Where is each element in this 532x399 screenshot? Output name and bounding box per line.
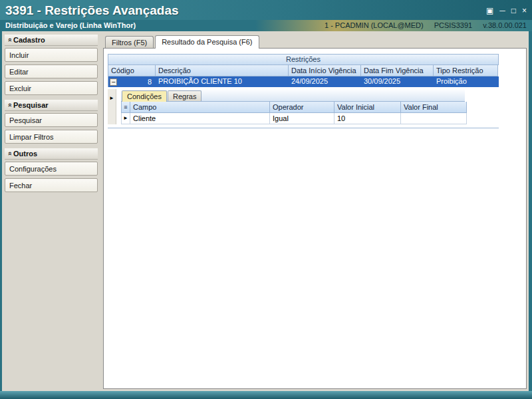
close-icon[interactable]: × — [522, 7, 527, 15]
collapse-row-icon[interactable]: − — [110, 78, 117, 86]
cell-campo: Cliente — [130, 113, 270, 124]
detail-tabstrip: Condições Regras — [121, 89, 465, 102]
column-header-descricao[interactable]: Descrição — [156, 65, 289, 76]
excluir-button[interactable]: Excluir — [5, 81, 98, 95]
status-bar — [0, 391, 532, 399]
window-body: » Cadastro Incluir Editar Excluir » Pesq… — [0, 31, 532, 391]
sidebar-group-label: Pesquisar — [13, 101, 49, 109]
session-user: 1 - PCADMIN (LOCAL@MED) — [325, 21, 424, 29]
window-title: 3391 - Restrições Avançadas — [5, 3, 179, 18]
editar-button[interactable]: Editar — [5, 65, 98, 78]
collapse-chevron-icon: » — [5, 101, 13, 110]
detail-header-row: ≡ Campo Operador Valor Inicial Valor Fin… — [121, 102, 467, 113]
detail-section: ► Condições Regras ≡ Campo Operador — [108, 87, 499, 128]
sidebar-group-label: Cadastro — [13, 36, 45, 44]
grid-menu-icon: ≡ — [122, 102, 130, 113]
titlebar: 3391 - Restrições Avançadas ▣ ─ □ × — [0, 0, 532, 20]
result-panel: Restrições Código Descrição Data Início … — [103, 48, 527, 389]
collapse-chevron-icon: » — [5, 150, 13, 158]
row-indicator-icon: ► — [108, 89, 116, 124]
column-header-tipo-restricao[interactable]: Tipo Restrição — [434, 65, 498, 76]
column-header-campo[interactable]: Campo — [130, 102, 270, 113]
detail-inner: Condições Regras ≡ Campo Operador Valor … — [121, 89, 467, 124]
column-header-data-fim[interactable]: Data Fim Vigência — [361, 65, 434, 76]
grid-header-row: Código Descrição Data Início Vigência Da… — [108, 65, 499, 76]
minimize-icon[interactable]: ─ — [499, 7, 505, 15]
sidebar-group-outros[interactable]: » Outros — [5, 148, 98, 160]
cell-descricao: PROIBIÇÃO CLIENTE 10 — [156, 76, 289, 87]
column-header-data-inicio[interactable]: Data Início Vigência — [289, 65, 361, 76]
codigo-value: 8 — [148, 77, 152, 87]
product-code: PCSIS3391 — [434, 21, 472, 29]
grid-band-title: Restrições — [108, 54, 499, 65]
sidebar: » Cadastro Incluir Editar Excluir » Pesq… — [2, 31, 100, 391]
column-header-valor-final[interactable]: Valor Final — [401, 102, 467, 113]
cell-valor-final — [401, 113, 467, 124]
cell-operador: Igual — [270, 113, 334, 124]
sidebar-group-label: Outros — [13, 150, 37, 158]
sidebar-group-pesquisar[interactable]: » Pesquisar — [5, 100, 98, 111]
tab-condicoes[interactable]: Condições — [122, 90, 167, 102]
restore-icon[interactable]: ▣ — [486, 7, 493, 15]
current-row-arrow-icon: ► — [122, 113, 130, 124]
cell-data-fim: 30/09/2025 — [361, 76, 434, 87]
incluir-button[interactable]: Incluir — [5, 48, 98, 62]
main-area: Filtros (F5) Resultado da Pesquisa (F6) … — [100, 31, 529, 391]
fechar-button[interactable]: Fechar — [5, 178, 98, 192]
cell-data-inicio: 24/09/2025 — [289, 76, 361, 87]
tab-regras[interactable]: Regras — [168, 90, 201, 101]
column-header-valor-inicial[interactable]: Valor Inicial — [334, 102, 401, 113]
cell-tipo: Proibição — [434, 76, 498, 87]
configuracoes-button[interactable]: Configurações — [5, 162, 98, 176]
detail-row[interactable]: ► Cliente Igual 10 — [121, 113, 467, 124]
infobar: Distribuição e Varejo (Linha WinThor) 1 … — [0, 20, 532, 31]
tab-resultado-pesquisa[interactable]: Resultado da Pesquisa (F6) — [155, 35, 259, 49]
restricoes-grid: Restrições Código Descrição Data Início … — [108, 54, 499, 128]
window-controls: ▣ ─ □ × — [486, 7, 527, 15]
version-label: v.38.0.00.021 — [483, 21, 527, 29]
app-window: 3391 - Restrições Avançadas ▣ ─ □ × Dist… — [0, 0, 532, 399]
column-header-operador[interactable]: Operador — [270, 102, 334, 113]
main-tabstrip: Filtros (F5) Resultado da Pesquisa (F6) — [103, 34, 527, 48]
tab-filtros[interactable]: Filtros (F5) — [105, 36, 154, 48]
session-info: 1 - PCADMIN (LOCAL@MED) PCSIS3391 v.38.0… — [314, 21, 527, 29]
sidebar-group-cadastro[interactable]: » Cadastro — [5, 35, 98, 46]
pesquisar-button[interactable]: Pesquisar — [5, 113, 98, 127]
limpar-filtros-button[interactable]: Limpar Filtros — [5, 130, 98, 144]
condicoes-grid: ≡ Campo Operador Valor Inicial Valor Fin… — [121, 102, 467, 124]
column-header-codigo[interactable]: Código — [108, 65, 156, 76]
cell-codigo: − 8 — [108, 76, 156, 87]
table-row[interactable]: − 8 PROIBIÇÃO CLIENTE 10 24/09/2025 30/0… — [108, 76, 499, 87]
maximize-icon[interactable]: □ — [511, 7, 516, 15]
collapse-chevron-icon: » — [5, 36, 13, 45]
cell-valor-inicial: 10 — [334, 113, 401, 124]
app-subtitle: Distribuição e Varejo (Linha WinThor) — [5, 21, 136, 29]
